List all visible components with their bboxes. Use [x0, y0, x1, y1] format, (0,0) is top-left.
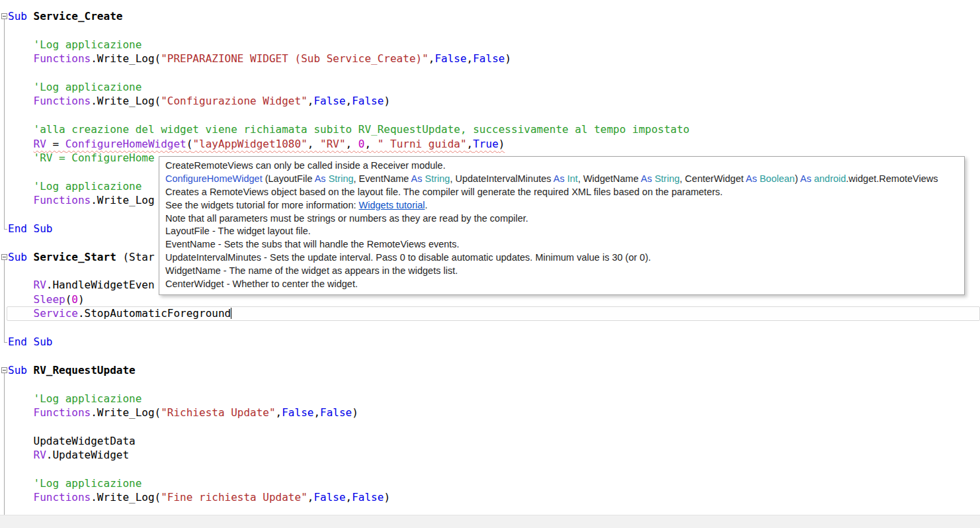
code-token: (	[65, 293, 72, 306]
code-token: .Write_Log(	[91, 95, 161, 107]
code-token: False	[434, 52, 466, 65]
code-token: .UpdateWidget	[46, 449, 129, 461]
code-line[interactable]: Functions.Write_Log("PREPARAZIONE WIDGET…	[0, 52, 980, 66]
tooltip-text: CreateRemoteViews can only be called ins…	[165, 160, 446, 171]
code-token: False	[473, 52, 505, 65]
code-token: )	[352, 406, 358, 419]
code-token: =	[46, 138, 65, 150]
fold-collapse-icon[interactable]	[1, 13, 7, 19]
tooltip-text: As	[746, 173, 757, 184]
minus-icon	[3, 257, 6, 257]
code-token: ,	[313, 406, 320, 419]
code-token: 'Log applicazione	[34, 38, 142, 51]
tooltip-text: Note that all parameters must be strings…	[165, 213, 528, 224]
tooltip-line: LayoutFile - The widget layout file.	[165, 225, 958, 238]
code-line[interactable]: End Sub	[0, 335, 980, 349]
code-editor[interactable]: Sub Service_Create 'Log applicazione Fun…	[0, 0, 980, 528]
code-line[interactable]	[0, 109, 980, 122]
code-line[interactable]: 'Log applicazione	[0, 392, 980, 406]
code-token	[8, 392, 34, 405]
code-token: Sub	[8, 251, 34, 263]
tooltip-text: , EventName	[354, 173, 411, 184]
fold-guide-line	[4, 373, 5, 515]
code-line[interactable]	[0, 321, 980, 335]
tooltip-text: As	[553, 173, 565, 184]
code-token	[8, 406, 34, 419]
code-token: 0	[71, 293, 78, 306]
code-line[interactable]: 'Log applicazione	[0, 476, 980, 490]
code-line[interactable]: UpdateWidgetData	[0, 434, 980, 448]
code-token: (	[186, 138, 193, 150]
tooltip-text: EventName - Sets the subs that will hand…	[165, 239, 460, 249]
code-token: ,	[429, 52, 435, 65]
code-token: "Richiesta Update"	[161, 406, 275, 419]
tooltip-text: Boolean	[760, 173, 795, 184]
code-line[interactable]: 'alla creazione del widget viene richiam…	[0, 122, 980, 136]
code-token: ,	[467, 52, 473, 65]
text-caret	[231, 308, 231, 319]
code-line[interactable]: Service.StopAutomaticForeground	[0, 306, 980, 320]
code-token: Functions	[34, 52, 91, 65]
code-token: False	[320, 406, 352, 419]
tooltip-text: Creates a RemoteViews object based on th…	[165, 187, 723, 197]
tooltip-line: Creates a RemoteViews object based on th…	[165, 186, 958, 199]
code-line[interactable]	[0, 377, 980, 391]
fold-collapse-icon[interactable]	[1, 367, 7, 373]
code-token: ,	[307, 138, 320, 150]
tooltip-text: )	[795, 173, 800, 184]
tooltip-text: String	[329, 173, 354, 184]
code-line[interactable]	[0, 349, 980, 363]
code-token: False	[313, 491, 345, 504]
code-token: ,	[346, 491, 352, 504]
tooltip-text: ConfigureHomeWidget	[165, 173, 263, 184]
tooltip-text: See the widgets tutorial for more inform…	[165, 200, 359, 210]
code-token: 'Log applicazione	[34, 392, 142, 405]
tooltip-line: EventName - Sets the subs that will hand…	[165, 238, 958, 251]
code-line[interactable]: 'Log applicazione	[0, 38, 980, 52]
code-token: " Turni guida"	[378, 138, 467, 150]
fold-collapse-icon[interactable]	[1, 254, 7, 260]
code-line[interactable]: Sub RV_RequestUpdate	[0, 363, 980, 377]
code-line[interactable]: Functions.Write_Log("Configurazione Widg…	[0, 94, 980, 108]
code-token	[8, 95, 34, 107]
tooltip-text: .	[425, 200, 428, 210]
code-line[interactable]	[0, 66, 980, 80]
code-token: .HandleWidgetEven	[46, 279, 155, 291]
code-line[interactable]: RV.UpdateWidget	[0, 448, 980, 462]
code-line[interactable]: 'Log applicazione	[0, 80, 980, 94]
tooltip-text: , CenterWidget	[680, 173, 746, 184]
error-squiggle-underline: RV = ConfigureHomeWidget("layAppWidget10…	[34, 138, 505, 150]
code-token: 'Log applicazione	[34, 81, 142, 93]
code-token	[8, 194, 34, 206]
code-token	[8, 52, 34, 65]
tooltip-text: As	[315, 173, 326, 184]
code-token: RV	[34, 138, 46, 150]
code-line[interactable]: Functions.Write_Log("Richiesta Update",F…	[0, 406, 980, 419]
fold-guide-line	[4, 19, 5, 229]
code-line[interactable]	[0, 419, 980, 433]
horizontal-scrollbar[interactable]	[0, 515, 980, 528]
code-token: "RV"	[320, 138, 346, 150]
code-line[interactable]	[0, 462, 980, 476]
tooltip-text: String	[655, 173, 680, 184]
code-token: .Write_Log(	[91, 52, 161, 65]
code-token	[8, 123, 34, 136]
code-token: End Sub	[8, 222, 52, 235]
code-token	[8, 279, 34, 291]
fold-end-tick	[4, 229, 7, 230]
code-token	[8, 38, 34, 51]
widgets-tutorial-link[interactable]: Widgets tutorial	[359, 200, 425, 210]
code-line[interactable]: Functions.Write_Log("Fine richiesta Upda…	[0, 490, 980, 504]
code-token	[8, 180, 34, 193]
code-token: "Configurazione Widget"	[161, 95, 307, 107]
tooltip-line: Note that all parameters must be strings…	[165, 212, 958, 226]
tooltip-text: WidgetName - The name of the widget as a…	[165, 265, 458, 276]
code-token: "PREPARAZIONE WIDGET (Sub Service_Create…	[161, 52, 429, 65]
code-line[interactable]: RV = ConfigureHomeWidget("layAppWidget10…	[0, 137, 980, 151]
tooltip-line: WidgetName - The name of the widget as a…	[165, 265, 958, 278]
code-line[interactable]	[0, 23, 980, 37]
code-line[interactable]: Sub Service_Create	[0, 9, 980, 23]
code-token: "layAppWidget1080"	[192, 138, 307, 150]
tooltip-text: , WidgetName	[578, 173, 641, 184]
code-token: ,	[346, 138, 358, 150]
